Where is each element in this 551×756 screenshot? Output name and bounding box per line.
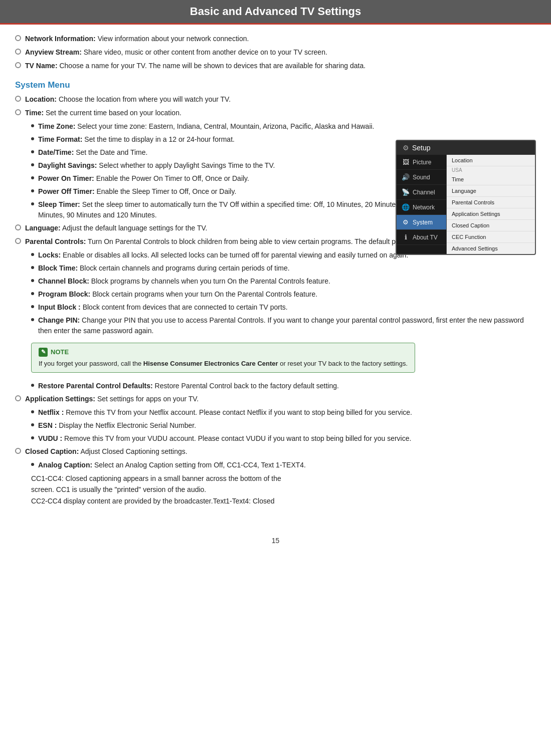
right-item-location[interactable]: Location [447,155,535,166]
right-item-language[interactable]: Language [447,185,535,197]
sub-text-input-block: Input Block : Block content from devices… [38,302,536,313]
main-content: ⚙ Setup 🖼 Picture 🔊 Sound 📡 Channel 🌐 [0,25,551,527]
menu-item-about-tv[interactable]: ℹ About TV [397,230,446,245]
bullet-network-info: Network Information: View information ab… [15,34,536,44]
dot-bullet-icon [31,279,34,282]
dot-bullet-icon [31,292,34,295]
dot-bullet-icon [31,266,34,269]
picture-icon: 🖼 [402,158,410,166]
bullet-location: Location: Choose the location from where… [15,94,536,105]
cc-extra-line-2: screen. CC1 is usually the "printed" ver… [31,484,536,495]
dot-bullet-icon [31,189,34,192]
bullet-text-network-info: Network Information: View information ab… [25,34,536,44]
menu-label-system: System [413,219,433,226]
right-item-location-sub: USA [447,166,535,174]
menu-label-about-tv: About TV [413,234,438,241]
right-item-parental[interactable]: Parental Controls [447,197,535,208]
page-header: Basic and Advanced TV Settings [0,0,551,25]
circle-bullet-icon [15,96,21,102]
right-item-cec[interactable]: CEC Function [447,231,535,243]
right-item-advanced[interactable]: Advanced Settings [447,243,535,254]
system-menu-heading: System Menu [15,80,536,90]
sub-item-block-time: Block Time: Block certain channels and p… [31,263,536,274]
dot-bullet-icon [31,305,34,308]
circle-bullet-icon [15,395,21,401]
channel-icon: 📡 [402,188,410,196]
tv-menu-body: 🖼 Picture 🔊 Sound 📡 Channel 🌐 Network ⚙ [397,155,535,254]
dot-bullet-icon [31,202,34,205]
menu-item-sound[interactable]: 🔊 Sound [397,170,446,185]
circle-bullet-icon [15,62,21,68]
sub-item-input-block: Input Block : Block content from devices… [31,302,536,313]
sub-text-netflix: Netflix : Remove this TV from your Netfl… [38,407,536,418]
note-label: ✎ NOTE [39,348,69,357]
menu-label-picture: Picture [413,159,431,166]
dot-bullet-icon [31,176,34,179]
dot-bullet-icon [31,124,34,127]
dot-bullet-icon [31,423,34,426]
menu-label-channel: Channel [413,189,435,196]
parental-sub-items: Locks: Enable or disables all locks. All… [31,250,536,336]
circle-bullet-icon [15,109,21,115]
sub-text-channel-block: Channel Block: Block programs by channel… [38,276,536,287]
sub-item-change-pin: Change PIN: Change your PIN that you use… [31,315,536,336]
right-item-time[interactable]: Time [447,174,535,185]
sub-text-time-zone: Time Zone: Select your time zone: Easter… [38,121,536,132]
note-box: ✎ NOTE If you forget your password, call… [31,343,415,373]
bullet-tv-name: TV Name: Choose a name for your TV. The … [15,61,536,71]
tv-menu-right: Location USA Time Language Parental Cont… [447,155,535,254]
sub-item-time-zone: Time Zone: Select your time zone: Easter… [31,121,536,132]
cc-extra-line-1: CC1-CC4: Closed captioning appears in a … [31,473,536,484]
right-item-app-settings[interactable]: Application Settings [447,208,535,220]
about-icon: ℹ [402,233,410,241]
circle-bullet-icon [15,35,21,41]
system-icon: ⚙ [402,218,410,226]
menu-item-network[interactable]: 🌐 Network [397,200,446,215]
tv-menu-left: 🖼 Picture 🔊 Sound 📡 Channel 🌐 Network ⚙ [397,155,447,254]
bullet-closed-caption: Closed Caption: Adjust Closed Captioning… [15,446,536,457]
tv-menu-header: ⚙ Setup [397,141,535,155]
dot-bullet-icon [31,137,34,140]
sub-text-block-time: Block Time: Block certain channels and p… [38,263,536,274]
sub-text-vudu: VUDU : Remove this TV from your VUDU acc… [38,433,536,444]
bullet-time: Time: Set the current time based on your… [15,108,536,118]
dot-bullet-icon [31,163,34,166]
bullet-text-tv-name: TV Name: Choose a name for your TV. The … [25,61,536,71]
tv-menu-title: Setup [412,144,431,152]
page-title: Basic and Advanced TV Settings [190,5,361,18]
app-settings-sub-items: Netflix : Remove this TV from your Netfl… [31,407,536,444]
dot-bullet-icon [31,150,34,153]
bullet-text-location: Location: Choose the location from where… [25,94,536,105]
sub-text-program-block: Program Block: Block certain programs wh… [38,289,536,300]
dot-bullet-icon [31,436,34,439]
sub-item-vudu: VUDU : Remove this TV from your VUDU acc… [31,433,536,444]
circle-bullet-icon [15,49,21,55]
circle-bullet-icon [15,238,21,244]
sub-item-program-block: Program Block: Block certain programs wh… [31,289,536,300]
menu-label-network: Network [413,204,435,211]
bullet-text-app-settings: Application Settings: Set settings for a… [25,394,536,404]
intro-bullets: Network Information: View information ab… [15,34,536,71]
menu-item-system[interactable]: ⚙ System [397,215,446,230]
closed-caption-sub-items: Analog Caption: Select an Analog Caption… [31,460,536,470]
bullet-text-closed-caption: Closed Caption: Adjust Closed Captioning… [25,446,536,457]
network-icon: 🌐 [402,203,410,211]
menu-item-picture[interactable]: 🖼 Picture [397,155,446,170]
bullet-text-anyview-stream: Anyview Stream: Share video, music or ot… [25,47,536,58]
note-icon: ✎ [39,348,48,357]
sub-text-change-pin: Change PIN: Change your PIN that you use… [38,315,536,336]
bullet-app-settings: Application Settings: Set settings for a… [15,394,536,404]
dot-bullet-icon [31,410,34,413]
right-item-closed-caption[interactable]: Closed Caption [447,220,535,231]
sub-item-restore-parental: Restore Parental Control Defaults: Resto… [31,381,536,391]
dot-bullet-icon [31,253,34,256]
dot-bullet-icon [31,384,34,387]
sub-item-analog-caption: Analog Caption: Select an Analog Caption… [31,460,536,470]
dot-bullet-icon [31,463,34,466]
sub-item-netflix: Netflix : Remove this TV from your Netfl… [31,407,536,418]
menu-item-channel[interactable]: 📡 Channel [397,185,446,200]
note-label-text: NOTE [51,348,69,356]
sub-item-channel-block: Channel Block: Block programs by channel… [31,276,536,287]
gear-icon: ⚙ [403,144,409,152]
sub-text-esn: ESN : Display the Netflix Electronic Ser… [38,420,536,431]
